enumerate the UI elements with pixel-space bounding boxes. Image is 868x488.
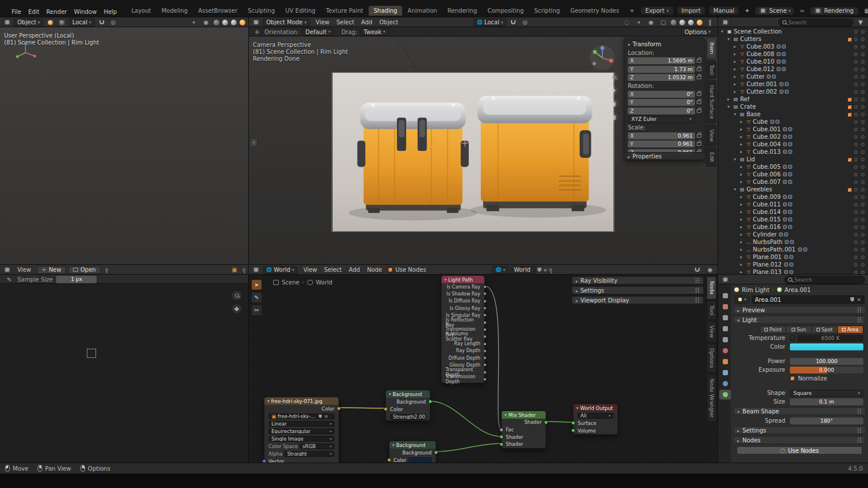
properties-tab[interactable] xyxy=(719,379,731,389)
outliner-row[interactable]: Cylinder xyxy=(718,231,868,238)
select-tool-icon[interactable]: ➤ xyxy=(251,279,262,290)
visibility-icons[interactable] xyxy=(854,75,865,79)
input-socket[interactable] xyxy=(499,442,503,446)
overlays-icon[interactable]: ◉ xyxy=(201,19,211,27)
editor-type-icon[interactable] xyxy=(252,266,260,273)
node-image-texture[interactable]: free-hdri-sky-071.jpg Color ▣free-hdri-s… xyxy=(264,397,339,463)
search-input[interactable] xyxy=(795,277,861,283)
expand-arrow-icon[interactable] xyxy=(734,157,739,162)
visibility-icons[interactable] xyxy=(854,195,865,199)
output-socket[interactable] xyxy=(483,300,487,303)
expand-arrow-icon[interactable] xyxy=(740,247,745,252)
menu-item[interactable]: Help xyxy=(100,8,120,16)
outliner-row[interactable]: Plane.012 xyxy=(718,261,868,268)
shader-node-canvas[interactable]: ➤ ✎ ✂ Scene › World free-hdri-sky-071.jp… xyxy=(249,275,718,463)
expand-arrow-icon[interactable] xyxy=(740,119,745,124)
expand-arrow-icon[interactable] xyxy=(740,142,745,147)
section-beam-shape[interactable]: Beam Shape xyxy=(733,407,866,415)
outliner-row[interactable]: Scene Collection xyxy=(718,28,868,35)
outliner-row[interactable]: Cube.004 xyxy=(718,141,868,148)
use-nodes-checkbox[interactable] xyxy=(388,267,393,272)
editor-type-icon[interactable] xyxy=(252,19,260,26)
exposure-slider[interactable]: 0.000 xyxy=(790,367,863,374)
power-slider[interactable]: 100.000 xyxy=(790,358,863,365)
use-nodes-toggle[interactable]: Use Nodes xyxy=(388,267,426,273)
background-output-socket[interactable] xyxy=(434,450,438,454)
import-button[interactable]: Import xyxy=(677,6,705,15)
location-row[interactable]: Z1.0532 m xyxy=(628,74,701,82)
lock-icon[interactable] xyxy=(697,68,701,71)
xray-icon[interactable]: ▢ xyxy=(659,19,668,27)
outliner-row[interactable]: Cube.003 xyxy=(718,43,868,50)
light-path-output-row[interactable]: Ray Depth xyxy=(442,347,484,354)
outliner-row[interactable]: Cube.005 xyxy=(718,163,868,171)
properties-tab[interactable] xyxy=(719,346,731,356)
outliner-row[interactable]: Cube.001 xyxy=(718,125,868,133)
snap-magnet-icon[interactable] xyxy=(509,19,518,27)
sample-tool-icon[interactable]: ✎ xyxy=(5,275,14,283)
outliner-row[interactable]: Ref xyxy=(718,95,868,103)
visibility-icons[interactable] xyxy=(854,98,865,101)
world-output-input-row[interactable]: Volume xyxy=(573,427,617,434)
output-socket[interactable] xyxy=(483,371,487,374)
light-data-browse[interactable] xyxy=(734,295,750,304)
shader-menu-item[interactable]: View xyxy=(300,266,321,273)
expand-arrow-icon[interactable] xyxy=(740,202,745,207)
workspace-tab[interactable]: Texture Paint xyxy=(321,6,369,16)
visibility-icons[interactable] xyxy=(854,128,865,131)
workspace-tab[interactable]: Scripting xyxy=(529,6,565,16)
visibility-icons[interactable] xyxy=(854,38,865,41)
expand-arrow-icon[interactable] xyxy=(721,29,726,34)
outliner-row[interactable]: Cube.011 xyxy=(718,201,868,208)
expand-arrow-icon[interactable] xyxy=(740,269,745,275)
expand-arrow-icon[interactable] xyxy=(734,66,739,72)
properties-tab[interactable] xyxy=(719,302,731,312)
shape-dropdown[interactable]: Square xyxy=(790,390,863,397)
shader-sidebar-tab[interactable]: Tool xyxy=(707,301,716,320)
mix-shader-input-row[interactable]: Shader xyxy=(502,441,546,448)
snap-magnet-icon[interactable] xyxy=(97,19,106,27)
node-background-1[interactable]: Background Background Color Strength2.00… xyxy=(385,390,431,421)
view-menu[interactable]: View xyxy=(14,266,35,273)
visibility-icons[interactable] xyxy=(854,143,865,146)
properties-tab[interactable] xyxy=(719,291,731,301)
outliner-row[interactable]: NurbsPath.001 xyxy=(718,246,868,253)
filter-icon[interactable]: ▼ xyxy=(856,19,865,27)
shader-output-socket[interactable] xyxy=(544,420,548,424)
solid-shading-icon[interactable] xyxy=(222,20,228,25)
visibility-icons[interactable] xyxy=(854,113,865,116)
fake-user-icon[interactable] xyxy=(538,268,542,272)
shader-sidebar-tab[interactable]: View xyxy=(707,321,716,342)
workspace-tab[interactable]: Animation xyxy=(402,6,442,16)
left-viewport[interactable]: User Perspective (Local) (81) Scene Coll… xyxy=(0,27,248,265)
expand-arrow-icon[interactable] xyxy=(734,59,739,64)
light-path-output-row[interactable]: Is Glossy Ray xyxy=(442,305,484,312)
sidebar-tab[interactable]: Edit xyxy=(707,147,716,167)
expand-arrow-icon[interactable] xyxy=(740,179,745,184)
rotation-row[interactable]: Y0° xyxy=(628,99,701,106)
workspace-tab[interactable]: Compositing xyxy=(482,6,529,16)
expand-arrow-icon[interactable] xyxy=(734,82,739,87)
transform-orientation-dropdown[interactable]: 🌐Local xyxy=(473,19,506,27)
workspace-tab[interactable]: Shading xyxy=(369,6,403,16)
properties-tab[interactable] xyxy=(719,357,731,367)
outliner-row[interactable]: Greebles xyxy=(718,186,868,193)
shader-side-panel[interactable]: Viewport Display xyxy=(572,296,704,304)
active-tool-icon[interactable]: ✛ xyxy=(252,28,262,36)
expand-arrow-icon[interactable] xyxy=(740,224,745,230)
shader-sidebar-tab[interactable]: Options xyxy=(707,343,716,373)
alpha-dropdown[interactable]: Straight xyxy=(284,451,334,457)
output-socket[interactable] xyxy=(483,321,487,324)
toolbar-expand-handle[interactable]: › xyxy=(250,138,258,147)
grid-icon[interactable]: ▦ xyxy=(862,7,868,15)
scale-row[interactable]: X0.961 xyxy=(628,132,701,139)
output-socket[interactable] xyxy=(483,342,487,346)
light-path-output-row[interactable]: Is Diffuse Ray xyxy=(442,298,484,305)
sample-size-field[interactable]: 1 px xyxy=(56,276,97,283)
expand-arrow-icon[interactable] xyxy=(740,164,745,169)
drag-dropdown[interactable]: Tweak xyxy=(361,28,389,36)
interpolation-dropdown[interactable]: Linear xyxy=(269,421,334,427)
world-output-input-row[interactable]: Surface xyxy=(573,419,617,427)
wireframe-shading-icon[interactable] xyxy=(671,20,676,25)
search-input[interactable] xyxy=(789,20,849,25)
